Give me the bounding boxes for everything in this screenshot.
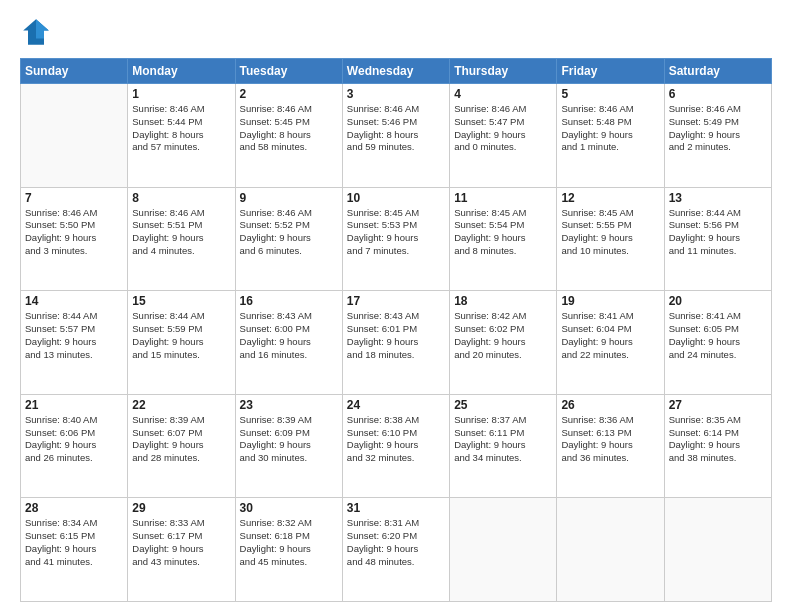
day-info: Sunrise: 8:33 AM Sunset: 6:17 PM Dayligh… bbox=[132, 517, 230, 568]
day-info: Sunrise: 8:46 AM Sunset: 5:44 PM Dayligh… bbox=[132, 103, 230, 154]
day-info: Sunrise: 8:36 AM Sunset: 6:13 PM Dayligh… bbox=[561, 414, 659, 465]
day-info: Sunrise: 8:39 AM Sunset: 6:09 PM Dayligh… bbox=[240, 414, 338, 465]
weekday-header: Tuesday bbox=[235, 59, 342, 84]
calendar-week-row: 7Sunrise: 8:46 AM Sunset: 5:50 PM Daylig… bbox=[21, 187, 772, 291]
day-number: 23 bbox=[240, 398, 338, 412]
day-number: 28 bbox=[25, 501, 123, 515]
day-number: 5 bbox=[561, 87, 659, 101]
calendar-cell: 10Sunrise: 8:45 AM Sunset: 5:53 PM Dayli… bbox=[342, 187, 449, 291]
day-info: Sunrise: 8:46 AM Sunset: 5:46 PM Dayligh… bbox=[347, 103, 445, 154]
day-info: Sunrise: 8:46 AM Sunset: 5:50 PM Dayligh… bbox=[25, 207, 123, 258]
day-number: 18 bbox=[454, 294, 552, 308]
weekday-header: Sunday bbox=[21, 59, 128, 84]
calendar-cell: 18Sunrise: 8:42 AM Sunset: 6:02 PM Dayli… bbox=[450, 291, 557, 395]
day-number: 7 bbox=[25, 191, 123, 205]
day-info: Sunrise: 8:34 AM Sunset: 6:15 PM Dayligh… bbox=[25, 517, 123, 568]
calendar-cell bbox=[664, 498, 771, 602]
day-number: 20 bbox=[669, 294, 767, 308]
day-number: 27 bbox=[669, 398, 767, 412]
calendar-header-row: SundayMondayTuesdayWednesdayThursdayFrid… bbox=[21, 59, 772, 84]
day-info: Sunrise: 8:46 AM Sunset: 5:52 PM Dayligh… bbox=[240, 207, 338, 258]
calendar-cell: 20Sunrise: 8:41 AM Sunset: 6:05 PM Dayli… bbox=[664, 291, 771, 395]
day-info: Sunrise: 8:41 AM Sunset: 6:04 PM Dayligh… bbox=[561, 310, 659, 361]
day-number: 17 bbox=[347, 294, 445, 308]
svg-marker-1 bbox=[36, 19, 49, 38]
calendar-cell: 29Sunrise: 8:33 AM Sunset: 6:17 PM Dayli… bbox=[128, 498, 235, 602]
calendar-cell: 1Sunrise: 8:46 AM Sunset: 5:44 PM Daylig… bbox=[128, 84, 235, 188]
calendar-cell: 19Sunrise: 8:41 AM Sunset: 6:04 PM Dayli… bbox=[557, 291, 664, 395]
day-number: 13 bbox=[669, 191, 767, 205]
calendar-cell: 12Sunrise: 8:45 AM Sunset: 5:55 PM Dayli… bbox=[557, 187, 664, 291]
day-info: Sunrise: 8:43 AM Sunset: 6:00 PM Dayligh… bbox=[240, 310, 338, 361]
calendar-cell: 3Sunrise: 8:46 AM Sunset: 5:46 PM Daylig… bbox=[342, 84, 449, 188]
calendar-cell: 7Sunrise: 8:46 AM Sunset: 5:50 PM Daylig… bbox=[21, 187, 128, 291]
day-info: Sunrise: 8:44 AM Sunset: 5:57 PM Dayligh… bbox=[25, 310, 123, 361]
day-number: 31 bbox=[347, 501, 445, 515]
calendar-cell bbox=[557, 498, 664, 602]
calendar-cell: 27Sunrise: 8:35 AM Sunset: 6:14 PM Dayli… bbox=[664, 394, 771, 498]
day-number: 24 bbox=[347, 398, 445, 412]
header bbox=[20, 16, 772, 48]
day-info: Sunrise: 8:42 AM Sunset: 6:02 PM Dayligh… bbox=[454, 310, 552, 361]
day-info: Sunrise: 8:41 AM Sunset: 6:05 PM Dayligh… bbox=[669, 310, 767, 361]
day-number: 25 bbox=[454, 398, 552, 412]
calendar: SundayMondayTuesdayWednesdayThursdayFrid… bbox=[20, 58, 772, 602]
day-number: 1 bbox=[132, 87, 230, 101]
day-info: Sunrise: 8:39 AM Sunset: 6:07 PM Dayligh… bbox=[132, 414, 230, 465]
calendar-cell: 24Sunrise: 8:38 AM Sunset: 6:10 PM Dayli… bbox=[342, 394, 449, 498]
calendar-cell: 25Sunrise: 8:37 AM Sunset: 6:11 PM Dayli… bbox=[450, 394, 557, 498]
calendar-cell: 17Sunrise: 8:43 AM Sunset: 6:01 PM Dayli… bbox=[342, 291, 449, 395]
day-info: Sunrise: 8:35 AM Sunset: 6:14 PM Dayligh… bbox=[669, 414, 767, 465]
calendar-cell: 26Sunrise: 8:36 AM Sunset: 6:13 PM Dayli… bbox=[557, 394, 664, 498]
day-info: Sunrise: 8:37 AM Sunset: 6:11 PM Dayligh… bbox=[454, 414, 552, 465]
day-info: Sunrise: 8:45 AM Sunset: 5:53 PM Dayligh… bbox=[347, 207, 445, 258]
calendar-cell bbox=[21, 84, 128, 188]
calendar-cell: 2Sunrise: 8:46 AM Sunset: 5:45 PM Daylig… bbox=[235, 84, 342, 188]
day-info: Sunrise: 8:46 AM Sunset: 5:49 PM Dayligh… bbox=[669, 103, 767, 154]
day-number: 2 bbox=[240, 87, 338, 101]
day-number: 6 bbox=[669, 87, 767, 101]
calendar-cell: 5Sunrise: 8:46 AM Sunset: 5:48 PM Daylig… bbox=[557, 84, 664, 188]
day-number: 29 bbox=[132, 501, 230, 515]
calendar-cell: 9Sunrise: 8:46 AM Sunset: 5:52 PM Daylig… bbox=[235, 187, 342, 291]
calendar-cell: 8Sunrise: 8:46 AM Sunset: 5:51 PM Daylig… bbox=[128, 187, 235, 291]
day-number: 30 bbox=[240, 501, 338, 515]
day-number: 4 bbox=[454, 87, 552, 101]
day-number: 8 bbox=[132, 191, 230, 205]
calendar-cell: 21Sunrise: 8:40 AM Sunset: 6:06 PM Dayli… bbox=[21, 394, 128, 498]
calendar-cell: 13Sunrise: 8:44 AM Sunset: 5:56 PM Dayli… bbox=[664, 187, 771, 291]
day-number: 9 bbox=[240, 191, 338, 205]
calendar-week-row: 21Sunrise: 8:40 AM Sunset: 6:06 PM Dayli… bbox=[21, 394, 772, 498]
calendar-week-row: 14Sunrise: 8:44 AM Sunset: 5:57 PM Dayli… bbox=[21, 291, 772, 395]
day-info: Sunrise: 8:46 AM Sunset: 5:51 PM Dayligh… bbox=[132, 207, 230, 258]
day-info: Sunrise: 8:46 AM Sunset: 5:47 PM Dayligh… bbox=[454, 103, 552, 154]
calendar-week-row: 1Sunrise: 8:46 AM Sunset: 5:44 PM Daylig… bbox=[21, 84, 772, 188]
day-info: Sunrise: 8:43 AM Sunset: 6:01 PM Dayligh… bbox=[347, 310, 445, 361]
day-number: 3 bbox=[347, 87, 445, 101]
day-info: Sunrise: 8:46 AM Sunset: 5:45 PM Dayligh… bbox=[240, 103, 338, 154]
calendar-cell: 23Sunrise: 8:39 AM Sunset: 6:09 PM Dayli… bbox=[235, 394, 342, 498]
day-info: Sunrise: 8:44 AM Sunset: 5:59 PM Dayligh… bbox=[132, 310, 230, 361]
logo bbox=[20, 16, 56, 48]
calendar-cell: 4Sunrise: 8:46 AM Sunset: 5:47 PM Daylig… bbox=[450, 84, 557, 188]
day-info: Sunrise: 8:45 AM Sunset: 5:55 PM Dayligh… bbox=[561, 207, 659, 258]
day-number: 14 bbox=[25, 294, 123, 308]
day-number: 11 bbox=[454, 191, 552, 205]
day-number: 22 bbox=[132, 398, 230, 412]
calendar-week-row: 28Sunrise: 8:34 AM Sunset: 6:15 PM Dayli… bbox=[21, 498, 772, 602]
calendar-cell: 6Sunrise: 8:46 AM Sunset: 5:49 PM Daylig… bbox=[664, 84, 771, 188]
day-info: Sunrise: 8:44 AM Sunset: 5:56 PM Dayligh… bbox=[669, 207, 767, 258]
calendar-cell: 22Sunrise: 8:39 AM Sunset: 6:07 PM Dayli… bbox=[128, 394, 235, 498]
day-number: 16 bbox=[240, 294, 338, 308]
day-number: 21 bbox=[25, 398, 123, 412]
calendar-cell: 16Sunrise: 8:43 AM Sunset: 6:00 PM Dayli… bbox=[235, 291, 342, 395]
day-number: 15 bbox=[132, 294, 230, 308]
day-info: Sunrise: 8:32 AM Sunset: 6:18 PM Dayligh… bbox=[240, 517, 338, 568]
weekday-header: Saturday bbox=[664, 59, 771, 84]
calendar-cell: 15Sunrise: 8:44 AM Sunset: 5:59 PM Dayli… bbox=[128, 291, 235, 395]
calendar-cell: 14Sunrise: 8:44 AM Sunset: 5:57 PM Dayli… bbox=[21, 291, 128, 395]
calendar-cell: 30Sunrise: 8:32 AM Sunset: 6:18 PM Dayli… bbox=[235, 498, 342, 602]
day-info: Sunrise: 8:40 AM Sunset: 6:06 PM Dayligh… bbox=[25, 414, 123, 465]
weekday-header: Monday bbox=[128, 59, 235, 84]
day-number: 26 bbox=[561, 398, 659, 412]
